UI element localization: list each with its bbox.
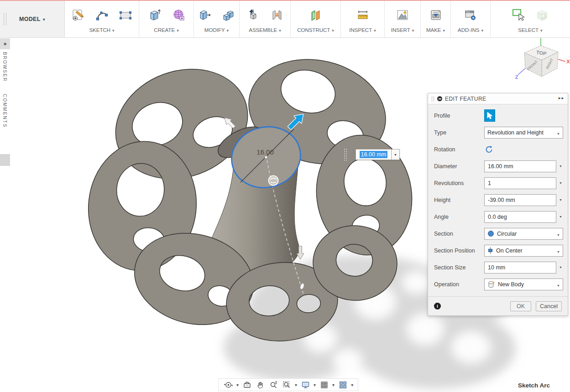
select-solid-button[interactable] xyxy=(534,7,550,23)
press-pull-icon xyxy=(198,8,212,22)
extrude-button[interactable] xyxy=(147,7,162,23)
display-settings-dropdown-icon[interactable] xyxy=(314,382,316,387)
measure-icon xyxy=(356,8,370,22)
new-body-icon xyxy=(487,280,495,288)
profile-label: Profile xyxy=(434,113,484,119)
center-point xyxy=(265,156,267,159)
top-accent-stripe xyxy=(0,0,570,1)
modify-menu[interactable]: MODIFY xyxy=(204,27,229,33)
inspect-menu[interactable]: INSPECT xyxy=(349,27,376,33)
section-select[interactable]: Circular xyxy=(484,228,563,240)
profile-select-button[interactable] xyxy=(484,109,495,122)
browser-tab[interactable]: BROWSER xyxy=(2,52,7,82)
section-position-value: On Center xyxy=(496,248,557,254)
type-value: Revolution and Height xyxy=(487,129,557,136)
pan-button[interactable] xyxy=(255,380,265,390)
sketch-menu[interactable]: SKETCH xyxy=(89,27,114,33)
viewports-icon xyxy=(339,381,347,389)
construction-plane-button[interactable] xyxy=(308,7,324,23)
diameter-dropdown-icon[interactable] xyxy=(559,165,562,168)
insert-menu[interactable]: INSERT xyxy=(391,27,414,33)
addins-button[interactable] xyxy=(463,7,478,23)
info-icon[interactable] xyxy=(434,303,441,309)
rotation-button[interactable] xyxy=(484,144,494,155)
dialog-title: EDIT FEATURE xyxy=(445,96,486,102)
section-size-input[interactable] xyxy=(484,262,556,273)
row-type: Type Revolution and Height xyxy=(428,124,568,141)
create-menu[interactable]: CREATE xyxy=(154,27,178,33)
look-at-button[interactable] xyxy=(242,380,252,390)
cancel-button[interactable]: Cancel xyxy=(536,301,562,311)
select-menu[interactable]: SELECT xyxy=(518,27,542,33)
measure-button[interactable] xyxy=(355,7,371,23)
operation-select[interactable]: New Body xyxy=(484,279,563,290)
zoom-icon xyxy=(269,381,278,389)
display-settings-icon xyxy=(301,381,310,389)
rotate-manipulator[interactable] xyxy=(269,176,278,186)
revolutions-dropdown-icon[interactable] xyxy=(559,181,562,185)
dimension-input[interactable]: 16.00 mm xyxy=(356,149,392,160)
sketch-arc-button[interactable] xyxy=(94,7,110,23)
circular-section-icon xyxy=(487,230,494,237)
viewports-button[interactable] xyxy=(338,380,348,390)
toolbar-group-select: SELECT xyxy=(491,1,570,37)
make-menu[interactable]: MAKE xyxy=(426,27,445,33)
revolutions-input[interactable] xyxy=(484,177,556,189)
dialog-header[interactable]: EDIT FEATURE xyxy=(428,93,568,104)
workspace-label: MODEL xyxy=(19,16,45,22)
sketch-rectangle-icon xyxy=(119,8,132,22)
grid-settings-dropdown-icon[interactable] xyxy=(332,382,335,387)
expand-browser-icon[interactable] xyxy=(0,38,10,49)
zoom-button[interactable] xyxy=(268,380,278,390)
section-position-caret-icon xyxy=(557,247,560,255)
3d-print-icon xyxy=(429,8,443,22)
toolbar-group-insert: INSERT xyxy=(385,1,421,37)
section-caret-icon xyxy=(557,230,560,238)
comments-tab[interactable]: COMMENTS xyxy=(2,94,7,128)
construct-menu[interactable]: CONSTRUCT xyxy=(297,27,334,33)
diameter-label: Diameter xyxy=(434,163,484,170)
ok-button[interactable]: OK xyxy=(510,301,531,311)
workspace-switcher[interactable]: MODEL xyxy=(0,1,65,37)
zoom-window-button[interactable] xyxy=(282,380,292,390)
combine-button[interactable] xyxy=(221,7,236,23)
assemble-menu[interactable]: ASSEMBLE xyxy=(249,27,281,33)
press-pull-button[interactable] xyxy=(197,7,213,23)
display-settings-button[interactable] xyxy=(300,380,310,390)
height-input[interactable] xyxy=(484,194,556,206)
dimension-input-dropdown[interactable] xyxy=(392,149,400,160)
angle-dropdown-icon[interactable] xyxy=(559,215,562,218)
orbit-dropdown-icon[interactable] xyxy=(236,382,239,387)
rotation-label: Rotation xyxy=(434,146,484,153)
toolbar-group-modify: MODIFY xyxy=(194,1,240,37)
new-component-button[interactable] xyxy=(246,7,261,23)
insert-button[interactable] xyxy=(395,7,410,23)
section-size-dropdown-icon[interactable] xyxy=(559,266,562,269)
height-dropdown-icon[interactable] xyxy=(559,198,562,201)
grid-settings-button[interactable] xyxy=(319,380,329,390)
create-sketch-button[interactable] xyxy=(70,7,86,23)
section-position-select[interactable]: On Center xyxy=(484,245,563,257)
zoom-window-dropdown-icon[interactable] xyxy=(295,382,297,387)
dialog-expand-icon[interactable] xyxy=(558,96,564,100)
diameter-input[interactable] xyxy=(484,160,556,172)
create-form-button[interactable] xyxy=(171,7,186,23)
pan-icon xyxy=(256,381,265,389)
angle-input[interactable] xyxy=(484,211,556,223)
view-cube[interactable]: Y TOP RIGHT FRONT X Z xyxy=(513,33,570,89)
row-diameter: Diameter xyxy=(428,158,568,175)
select-window-button[interactable] xyxy=(511,7,526,23)
addins-menu[interactable]: ADD-INS xyxy=(458,27,483,33)
joint-button[interactable] xyxy=(269,7,285,23)
feature-state-icon xyxy=(437,96,442,101)
type-select[interactable]: Revolution and Height xyxy=(484,127,563,139)
viewports-dropdown-icon[interactable] xyxy=(351,382,353,387)
rail-handle[interactable] xyxy=(0,154,10,166)
input-drag-dots-icon[interactable] xyxy=(344,148,347,161)
orbit-button[interactable] xyxy=(223,380,233,390)
on-center-icon xyxy=(487,247,493,254)
make-button[interactable] xyxy=(428,7,444,23)
toolbar-group-make: MAKE xyxy=(421,1,451,37)
dimension-label: 16.00 xyxy=(256,148,274,156)
sketch-rectangle-button[interactable] xyxy=(118,7,133,23)
